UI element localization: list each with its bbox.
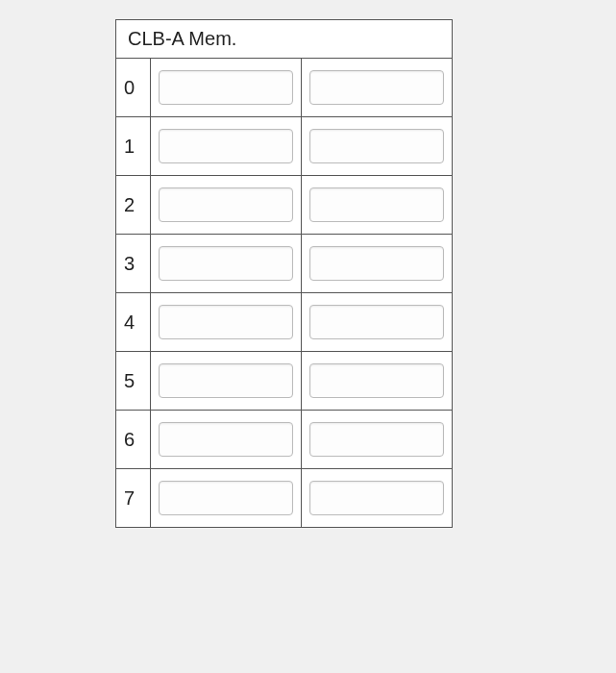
- table-row: 2: [116, 176, 453, 235]
- mem-input-0-2[interactable]: [309, 70, 444, 105]
- mem-input-0-1[interactable]: [159, 70, 293, 105]
- mem-input-7-2[interactable]: [309, 481, 444, 515]
- cell-col1: [151, 235, 302, 293]
- table-row: 3: [116, 235, 453, 293]
- mem-input-6-1[interactable]: [159, 422, 293, 457]
- row-label: 5: [116, 352, 151, 411]
- cell-col2: [302, 176, 453, 235]
- mem-input-6-2[interactable]: [309, 422, 444, 457]
- row-label: 1: [116, 117, 151, 176]
- table-row: 7: [116, 469, 453, 528]
- mem-input-2-2[interactable]: [309, 187, 444, 222]
- mem-input-1-1[interactable]: [159, 129, 293, 163]
- mem-input-3-1[interactable]: [159, 246, 293, 281]
- table-title: CLB-A Mem.: [116, 20, 453, 59]
- mem-input-7-1[interactable]: [159, 481, 293, 515]
- cell-col2: [302, 293, 453, 352]
- mem-input-2-1[interactable]: [159, 187, 293, 222]
- table-row: 0: [116, 59, 453, 117]
- row-label: 7: [116, 469, 151, 528]
- memory-table: CLB-A Mem. 0 1 2: [115, 19, 453, 528]
- table-row: 5: [116, 352, 453, 411]
- table-row: 1: [116, 117, 453, 176]
- row-label: 3: [116, 235, 151, 293]
- table-body: 0 1 2 3: [116, 59, 453, 528]
- table-row: 6: [116, 411, 453, 469]
- row-label: 2: [116, 176, 151, 235]
- row-label: 6: [116, 411, 151, 469]
- table-row: 4: [116, 293, 453, 352]
- mem-input-5-2[interactable]: [309, 363, 444, 398]
- cell-col1: [151, 59, 302, 117]
- cell-col2: [302, 59, 453, 117]
- row-label: 0: [116, 59, 151, 117]
- mem-input-3-2[interactable]: [309, 246, 444, 281]
- mem-input-4-1[interactable]: [159, 305, 293, 339]
- cell-col1: [151, 411, 302, 469]
- mem-input-5-1[interactable]: [159, 363, 293, 398]
- mem-input-1-2[interactable]: [309, 129, 444, 163]
- cell-col2: [302, 469, 453, 528]
- cell-col1: [151, 352, 302, 411]
- cell-col1: [151, 176, 302, 235]
- cell-col1: [151, 469, 302, 528]
- cell-col1: [151, 117, 302, 176]
- cell-col2: [302, 235, 453, 293]
- cell-col2: [302, 411, 453, 469]
- row-label: 4: [116, 293, 151, 352]
- cell-col1: [151, 293, 302, 352]
- cell-col2: [302, 352, 453, 411]
- mem-input-4-2[interactable]: [309, 305, 444, 339]
- cell-col2: [302, 117, 453, 176]
